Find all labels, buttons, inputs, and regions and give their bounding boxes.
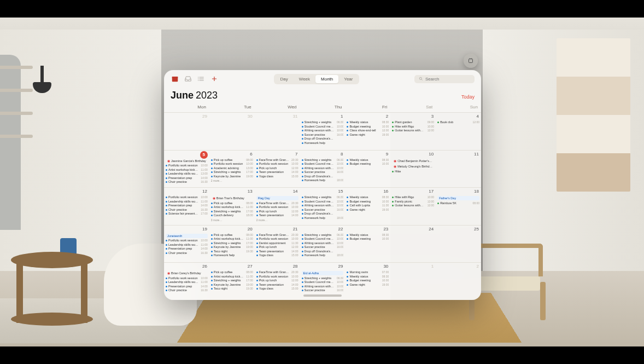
event-item[interactable]: FaceTime with Gran…20:30 bbox=[256, 201, 298, 205]
event-item[interactable]: Portfolio work session10:00 bbox=[256, 275, 298, 279]
day-cell[interactable]: 11 bbox=[436, 150, 481, 188]
window-control-button[interactable] bbox=[464, 54, 478, 68]
day-cell[interactable]: 23Weekly status08:30Budget meeting10:00 bbox=[345, 225, 390, 263]
event-item[interactable]: Writing session with…10:00 bbox=[302, 285, 344, 288]
event-item[interactable]: Call with Lupita11:30 bbox=[347, 204, 389, 207]
event-item[interactable]: Drop off Grandma's… bbox=[302, 175, 344, 178]
event-item[interactable]: Pick up lunch12:00 bbox=[256, 279, 298, 282]
event-item[interactable]: Soccer practice16:00 bbox=[302, 170, 344, 174]
day-cell[interactable]: 10◉Chad Benjamin Potter's Bi…◉Melody Che… bbox=[390, 150, 436, 188]
event-item[interactable]: Keynote by Jasmine19:00 bbox=[211, 245, 253, 249]
event-item[interactable]: FaceTime with Gran…20:30 bbox=[256, 270, 298, 274]
inbox-icon[interactable] bbox=[184, 74, 192, 83]
event-item[interactable]: Plant garden09:00 bbox=[392, 120, 434, 124]
allday-event[interactable]: ◉Chad Benjamin Potter's Bi… bbox=[392, 159, 434, 163]
event-item[interactable]: Student Council mee…10:00 bbox=[302, 237, 344, 241]
day-cell[interactable]: 24 bbox=[390, 225, 436, 263]
allday-event[interactable]: Juneteenth bbox=[166, 234, 208, 238]
event-item[interactable]: Budget meeting10:00 bbox=[347, 125, 389, 129]
event-item[interactable]: Weekly status08:30 bbox=[347, 120, 389, 124]
list-icon[interactable] bbox=[197, 74, 206, 83]
event-item[interactable]: Choir practice16:30 bbox=[166, 251, 208, 255]
event-item[interactable]: Student Council mee…10:00 bbox=[302, 280, 344, 284]
event-item[interactable]: Taco night19:30 bbox=[211, 250, 253, 253]
event-item[interactable]: Hike with Rigo10:00 bbox=[392, 125, 434, 129]
day-cell[interactable]: 14Flag DayFaceTime with Gran…20:30Portfo… bbox=[255, 187, 300, 225]
day-cell[interactable]: 9Weekly status08:30Budget meeting10:00 bbox=[345, 150, 390, 188]
event-item[interactable]: Presentation prep14:00 bbox=[166, 247, 208, 251]
event-item[interactable]: Pick up lunch12:00 bbox=[256, 210, 298, 213]
event-item[interactable]: Student Council mee…10:00 bbox=[302, 200, 344, 204]
view-mode-year[interactable]: Year bbox=[338, 75, 358, 83]
event-item[interactable]: Drop off Grandma's… bbox=[302, 250, 344, 253]
event-item[interactable]: Game night19:00 bbox=[347, 133, 389, 137]
day-cell[interactable]: 7FaceTime with Gran…20:30Portfolio work … bbox=[255, 150, 300, 188]
event-item[interactable]: Pick up lunch12:00 bbox=[256, 245, 298, 249]
event-item[interactable]: Portfolio work session10:00 bbox=[166, 195, 208, 199]
allday-event[interactable]: Father's Day bbox=[437, 196, 479, 200]
view-mode-week[interactable]: Week bbox=[294, 75, 315, 83]
event-item[interactable]: Rainbow 5K08:00 bbox=[437, 201, 479, 205]
event-item[interactable]: Guitar lessons with…12:00 bbox=[392, 129, 434, 132]
event-item[interactable]: Homework help18:00 bbox=[302, 178, 344, 182]
add-event-button[interactable] bbox=[210, 74, 219, 83]
event-item[interactable]: Stretching + weights06:30 bbox=[302, 276, 344, 280]
event-item[interactable]: Team presentation14:00 bbox=[256, 213, 298, 217]
event-item[interactable]: Writing session with…10:00 bbox=[302, 241, 344, 245]
event-item[interactable]: Yoga class15:00 bbox=[256, 287, 298, 291]
event-item[interactable]: Weekly status08:30 bbox=[347, 275, 389, 279]
allday-event[interactable]: ◉Jasmine Garcia's Birthday bbox=[166, 159, 208, 163]
day-cell[interactable]: 17Hike with Rigo10:00Family picnic12:00G… bbox=[390, 187, 436, 225]
event-item[interactable]: Writing session with…10:00 bbox=[302, 129, 344, 132]
event-item[interactable]: Science fair presenta…17:00 bbox=[166, 212, 208, 216]
calendar-app-icon[interactable] bbox=[171, 74, 179, 83]
event-item[interactable]: Keynote by Jasmine19:00 bbox=[211, 283, 253, 287]
allday-event[interactable]: ◉Brian Tran's Birthday bbox=[211, 196, 253, 200]
day-cell[interactable]: 21FaceTime with Gran…20:30Portfolio work… bbox=[255, 225, 300, 263]
event-item[interactable]: Yoga class15:00 bbox=[256, 175, 298, 178]
event-item[interactable]: Family picnic12:00 bbox=[392, 200, 434, 204]
event-item[interactable]: Morning swim07:00 bbox=[347, 270, 389, 274]
event-item[interactable]: Team presentation14:00 bbox=[256, 283, 298, 287]
day-cell[interactable]: 30Morning swim07:00Weekly status08:30Bud… bbox=[345, 262, 390, 300]
day-cell[interactable]: 5◉Jasmine Garcia's BirthdayPortfolio wor… bbox=[164, 150, 209, 188]
day-cell[interactable]: 13◉Brian Tran's BirthdayPick up coffee08… bbox=[209, 187, 255, 225]
event-item[interactable]: Drop off Grandma's… bbox=[302, 212, 344, 216]
day-cell[interactable]: 28FaceTime with Gran…20:30Portfolio work… bbox=[255, 262, 300, 300]
event-item[interactable]: Leadership skills wor…11:00 bbox=[166, 243, 208, 247]
day-cell[interactable]: 19JuneteenthPortfolio work session10:00L… bbox=[164, 225, 209, 263]
more-events[interactable]: 3 more… bbox=[211, 218, 253, 222]
search-input[interactable] bbox=[425, 77, 469, 82]
day-cell[interactable]: 27Pick up coffee08:00Artist workshop kic… bbox=[209, 262, 255, 300]
day-cell[interactable]: 4Book club12:00 bbox=[436, 112, 481, 150]
day-cell[interactable]: 16Weekly status08:30Budget meeting10:00C… bbox=[345, 187, 390, 225]
allday-event[interactable]: ◉Brian Carey's Birthday bbox=[166, 271, 208, 275]
event-item[interactable]: Portfolio work session10:00 bbox=[166, 239, 208, 242]
day-cell[interactable]: 20Pick up coffee08:00Artist workshop kic… bbox=[209, 225, 255, 263]
event-item[interactable]: Student Council mee…10:00 bbox=[302, 125, 344, 129]
day-cell[interactable]: 31 bbox=[255, 112, 300, 150]
event-item[interactable]: Dentist appointment11:30 bbox=[256, 241, 298, 245]
event-item[interactable]: Hike bbox=[392, 170, 434, 174]
event-item[interactable]: Portfolio work session10:00 bbox=[166, 276, 208, 280]
day-cell[interactable]: 30 bbox=[209, 112, 255, 150]
event-item[interactable]: Homework help18:00 bbox=[302, 253, 344, 257]
allday-event[interactable]: Eid al-Adha bbox=[302, 271, 344, 275]
allday-event[interactable]: Flag Day bbox=[256, 196, 298, 200]
event-item[interactable]: Choir practice16:30 bbox=[166, 208, 208, 212]
event-item[interactable]: Team presentation14:00 bbox=[256, 170, 298, 174]
day-cell[interactable]: 8Stretching + weights06:30Student Counci… bbox=[300, 150, 346, 188]
event-item[interactable]: Weekly status08:30 bbox=[347, 158, 389, 162]
event-item[interactable]: Guitar lessons with…12:00 bbox=[392, 204, 434, 207]
event-item[interactable]: Stretching + weights06:30 bbox=[302, 233, 344, 237]
event-item[interactable]: Portfolio work session10:00 bbox=[211, 162, 253, 166]
search-field[interactable] bbox=[414, 75, 475, 83]
event-item[interactable]: Drop off Grandma's… bbox=[302, 137, 344, 141]
event-item[interactable]: Stretching + weights17:00 bbox=[211, 241, 253, 245]
event-item[interactable]: Choir practice16:30 bbox=[166, 180, 208, 184]
event-item[interactable]: Choir practice16:30 bbox=[166, 288, 208, 292]
event-item[interactable]: Leadership skills wor…13:00 bbox=[166, 172, 208, 176]
event-item[interactable]: Taco night19:30 bbox=[211, 287, 253, 291]
event-item[interactable]: Portfolio work session10:00 bbox=[256, 205, 298, 209]
event-item[interactable]: Homework help18:00 bbox=[302, 216, 344, 220]
